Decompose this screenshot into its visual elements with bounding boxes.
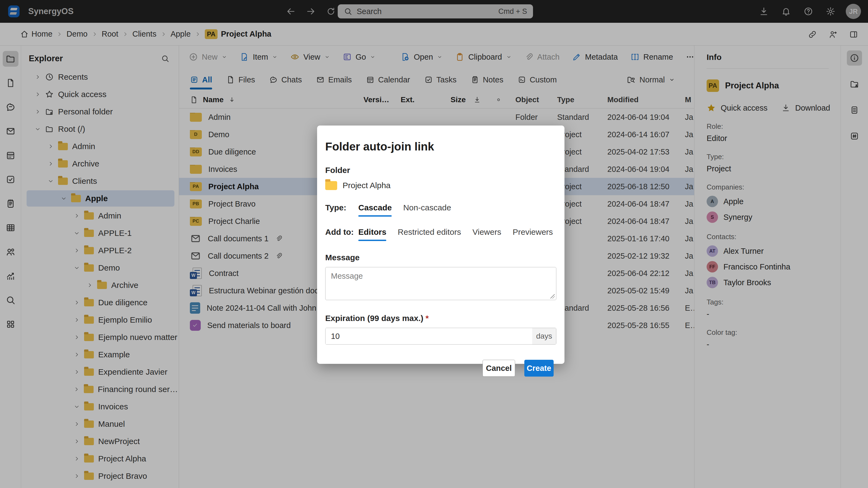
required-asterisk: * — [426, 314, 429, 323]
cancel-button[interactable]: Cancel — [483, 360, 515, 377]
expiration-input[interactable] — [326, 328, 532, 344]
addto-option-previewers[interactable]: Previewers — [513, 227, 553, 241]
addto-label: Add to: — [325, 227, 358, 237]
dialog-title: Folder auto-join link — [325, 140, 556, 153]
folder-auto-join-link-dialog: Folder auto-join link Folder Project Alp… — [317, 126, 564, 364]
addto-option-editors[interactable]: Editors — [358, 227, 386, 241]
create-button[interactable]: Create — [524, 360, 554, 377]
message-label: Message — [325, 253, 556, 262]
resize-handle-icon[interactable] — [550, 294, 555, 298]
days-suffix: days — [532, 328, 556, 344]
folder-icon — [325, 181, 337, 190]
type-option-non-cascade[interactable]: Non-cascade — [403, 203, 451, 217]
addto-option-viewers[interactable]: Viewers — [472, 227, 501, 241]
folder-label: Folder — [325, 166, 556, 175]
type-option-cascade[interactable]: Cascade — [358, 203, 392, 217]
app-window: SynergyOS Search Cmd + S JR Home Demo Ro… — [0, 0, 868, 488]
addto-option-restricted-editors[interactable]: Restricted editors — [398, 227, 461, 241]
type-label: Type: — [325, 203, 358, 212]
folder-name: Project Alpha — [343, 181, 391, 190]
expiration-label: Expiration (99 days max.)* — [325, 314, 556, 323]
message-textarea[interactable] — [325, 267, 556, 300]
